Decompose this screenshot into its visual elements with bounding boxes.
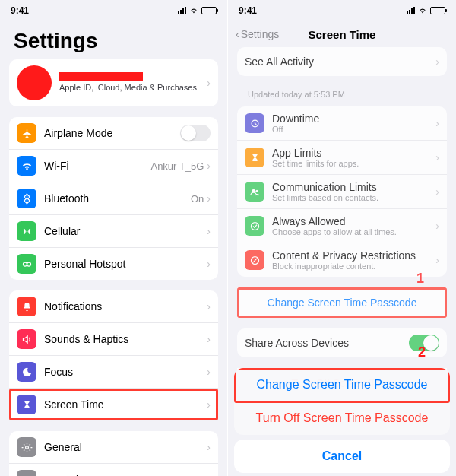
status-icons <box>407 7 445 14</box>
row-label: Share Across Devices <box>245 337 409 349</box>
updated-note: Updated today at 5:53 PM <box>237 87 447 106</box>
airplane-toggle[interactable] <box>180 125 211 141</box>
chevron-right-icon: › <box>435 186 439 198</box>
chevron-right-icon: › <box>207 160 211 172</box>
avatar <box>17 65 52 100</box>
change-passcode-row[interactable]: Change Screen Time Passcode <box>237 287 447 318</box>
share-across-devices-row[interactable]: Share Across Devices <box>237 328 447 357</box>
svg-point-3 <box>25 446 28 449</box>
chevron-right-icon: › <box>435 254 439 266</box>
svg-point-9 <box>251 222 258 230</box>
hourglass-icon <box>245 148 264 167</box>
status-bar: 9:41 <box>228 0 456 21</box>
apple-id-subtitle: Apple ID, iCloud, Media & Purchases <box>59 83 207 93</box>
cellular-signal-icon <box>178 7 186 14</box>
hotspot-icon <box>17 254 36 274</box>
row-label: Wi-Fi <box>44 160 150 172</box>
back-button[interactable]: ‹Settings <box>236 28 279 40</box>
airplane-icon <box>17 123 36 143</box>
wifi-value: Ankur T_5G <box>150 160 204 172</box>
screen-time-row[interactable]: Screen Time › <box>9 388 218 420</box>
wifi-icon <box>417 7 428 14</box>
block-icon <box>245 250 264 270</box>
row-label: Sounds & Haptics <box>44 333 207 345</box>
sheet-turn-off-passcode[interactable]: Turn Off Screen Time Passcode <box>234 401 450 435</box>
check-icon <box>245 216 264 236</box>
downtime-icon <box>245 113 264 133</box>
chevron-left-icon: ‹ <box>236 28 239 40</box>
svg-point-1 <box>23 262 27 266</box>
row-label: Notifications <box>44 300 207 313</box>
moon-icon <box>17 362 36 382</box>
sheet-change-passcode[interactable]: Change Screen Time Passcode <box>234 368 450 401</box>
row-label: Focus <box>44 366 207 378</box>
screen-time-screen: 9:41 ‹Settings Screen Time See All Activ… <box>228 0 456 476</box>
battery-icon <box>201 7 217 14</box>
nav-bar: ‹Settings Screen Time <box>228 21 456 47</box>
row-label: Screen Time <box>44 398 207 411</box>
chevron-right-icon: › <box>207 366 211 378</box>
annotation-2: 2 <box>418 344 426 360</box>
redacted-name <box>59 72 143 81</box>
status-bar: 9:41 <box>0 0 227 21</box>
chevron-right-icon: › <box>435 56 439 68</box>
status-time: 9:41 <box>11 5 29 16</box>
bluetooth-icon <box>17 189 36 208</box>
svg-point-0 <box>26 230 27 232</box>
people-icon <box>245 182 264 202</box>
chevron-right-icon: › <box>435 117 439 129</box>
see-all-activity-row[interactable]: See All Activity › <box>237 47 447 76</box>
row-label: Content & Privacy RestrictionsBlock inap… <box>272 249 435 271</box>
hourglass-icon <box>17 395 36 414</box>
back-label: Settings <box>241 28 280 40</box>
speaker-icon <box>17 329 36 349</box>
row-label: Bluetooth <box>44 192 191 205</box>
chevron-right-icon: › <box>207 333 211 345</box>
chevron-right-icon: › <box>435 151 439 163</box>
sheet-cancel[interactable]: Cancel <box>234 440 450 473</box>
bell-icon <box>17 297 36 316</box>
chevron-right-icon: › <box>207 225 211 237</box>
svg-point-7 <box>252 189 255 192</box>
settings-screen: 9:41 Settings Apple ID, iCloud, Media & … <box>0 0 228 476</box>
control-center-row[interactable]: Control Center › <box>9 463 218 476</box>
always-allowed-row[interactable]: Always AllowedChoose apps to allow at al… <box>237 208 447 243</box>
communication-limits-row[interactable]: Communication LimitsSet limits based on … <box>237 174 447 208</box>
chevron-right-icon: › <box>207 192 211 205</box>
status-time: 9:41 <box>239 5 257 16</box>
sounds-row[interactable]: Sounds & Haptics › <box>9 322 218 355</box>
airplane-mode-row[interactable]: Airplane Mode <box>9 117 218 149</box>
chevron-right-icon: › <box>207 398 211 411</box>
general-row[interactable]: General › <box>9 431 218 463</box>
content-restrictions-row[interactable]: Content & Privacy RestrictionsBlock inap… <box>237 243 447 277</box>
downtime-row[interactable]: DowntimeOff › <box>237 106 447 140</box>
row-label: Cellular <box>44 225 207 237</box>
battery-icon <box>430 7 445 14</box>
personal-hotspot-row[interactable]: Personal Hotspot › <box>9 247 218 280</box>
notifications-row[interactable]: Notifications › <box>9 290 218 322</box>
cellular-signal-icon <box>407 7 415 14</box>
wifi-icon <box>188 7 199 14</box>
switches-icon <box>17 470 36 476</box>
cellular-row[interactable]: Cellular › <box>9 214 218 247</box>
chevron-right-icon: › <box>207 300 211 313</box>
page-title: Settings <box>0 21 227 59</box>
bluetooth-value: On <box>191 193 204 205</box>
chevron-right-icon: › <box>207 258 211 270</box>
row-label: Personal Hotspot <box>44 258 207 270</box>
status-icons <box>178 7 217 14</box>
app-limits-row[interactable]: App LimitsSet time limits for apps. › <box>237 140 447 174</box>
chevron-right-icon: › <box>207 77 211 89</box>
row-label: General <box>44 441 207 453</box>
focus-row[interactable]: Focus › <box>9 355 218 388</box>
annotation-1: 1 <box>416 271 424 287</box>
row-label: Always AllowedChoose apps to allow at al… <box>272 215 435 236</box>
bluetooth-row[interactable]: Bluetooth On › <box>9 182 218 214</box>
row-label: App LimitsSet time limits for apps. <box>272 147 435 168</box>
chevron-right-icon: › <box>435 220 439 232</box>
wifi-row[interactable]: Wi-Fi Ankur T_5G › <box>9 149 218 182</box>
svg-point-8 <box>255 189 258 192</box>
apple-id-row[interactable]: Apple ID, iCloud, Media & Purchases › <box>9 59 218 106</box>
action-sheet: Change Screen Time Passcode Turn Off Scr… <box>234 368 450 473</box>
row-label: Airplane Mode <box>44 127 180 139</box>
